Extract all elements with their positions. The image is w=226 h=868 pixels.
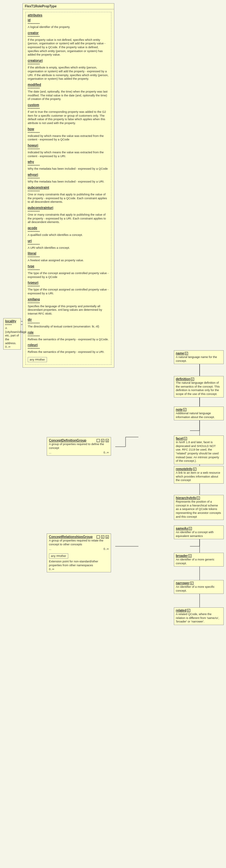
attr-id: id ▪▪▪▪▪▪▪▪▪ A logical identifier of the… [28,18,109,29]
attributes-title: attributes [28,13,109,17]
broader-element-icon: E [188,554,192,558]
any-other-badge2: any ##other [49,553,68,559]
attr-literal: literal ▪▪▪▪▪▪▪▪▪ A freetext value assig… [28,252,109,262]
locality-box: locality ▪▪▪▪▪ A (city/town/village etc,… [3,318,21,350]
related-element-box: related E A related QCode, where the rel… [174,608,224,625]
rel-group-mult2: 0..∞ [104,547,109,551]
attr-modified: modified ▪▪▪▪▪▪▪▪▪ The date (and, option… [28,83,109,101]
sameas-element-box: sameAs E An identifier of a concept with… [174,525,224,539]
facet-element-title: facet [176,437,183,440]
attr-dir: dir ▪▪▪▪▪▪▪▪▪ The directionality of text… [28,318,109,329]
attributes-group: attributes id ▪▪▪▪▪▪▪▪▪ A logical identi… [25,12,111,365]
attr-roleuri: roleuri ▪▪▪▪▪▪▪▪▪ Refines the semantics … [28,343,109,354]
name-element-title: name [176,351,184,355]
expand-icon[interactable]: ... [96,439,100,442]
attr-how: how ▪▪▪▪▪▪▪▪▪ Indicated by which means t… [28,127,109,142]
sameas-element-title: sameAs [176,527,188,530]
concept-definition-group-box: ConceptDefinitionGroup ... E ⊕ A group o… [47,437,111,456]
attr-typeuri: typeuri ▪▪▪▪▪▪▪▪▪ The type of the concep… [28,281,109,295]
hierarchyinfo-element-icon: E [197,496,200,500]
name-element-box: name E A natural language name for the c… [174,350,224,364]
remoteinfo-element-icon: E [193,468,196,471]
narrower-element-box: narrower E An identifier of a more speci… [174,580,224,594]
attr-howuri: howuri ▪▪▪▪▪▪▪▪▪ Indicated by which mean… [28,144,109,158]
multiplicity-icon2: ⊕ [106,535,109,538]
attr-role: role ▪▪▪▪▪▪▪▪▪ Refines the semantics of … [28,331,109,342]
narrower-element-icon: E [190,582,194,585]
main-box-title: FlexT1RolePropType [23,3,114,9]
attr-pubconstrainturi: pubconstrainturi ▪▪▪▪▪▪▪▪▪ One or many c… [28,206,109,224]
concept-relationships-group-title: ConceptRelationshipsGroup [49,535,93,538]
attr-type: type ▪▪▪▪▪▪▪▪▪ The type of the concept a… [28,265,109,279]
main-type-box: FlexT1RolePropType attributes id ▪▪▪▪▪▪▪… [23,3,114,368]
any-other-badge: any ##other [28,357,47,362]
any-other-mult: 0..∞ [49,567,109,571]
attr-qcode: qcode ▪▪▪▪▪▪▪▪▪ A qualified code which i… [28,226,109,237]
narrower-element-title: narrower [176,581,190,585]
definition-element-title: definition [176,377,190,381]
hierarchyinfo-element-title: hierarchyInfo [176,496,196,500]
attr-creator: creator ▪▪▪▪▪▪▪▪▪ If the property value … [28,31,109,57]
hierarchyinfo-element-box: hierarchyInfo E Represents the position … [174,495,224,520]
def-group-mult1: ... [49,451,52,454]
attr-whyuri: whyuri ▪▪▪▪▪▪▪▪▪ Why the metadata has be… [28,173,109,184]
related-element-icon: E [187,609,190,612]
remoteinfo-element-title: remoteInfo [176,467,193,471]
sameas-element-icon: E [189,527,192,530]
definition-element-icon: E [191,378,194,381]
type-icon2: E [101,535,104,538]
concept-relationships-group-box: ConceptRelationshipsGroup ... E ⊕ A grou… [47,533,111,572]
rel-group-mult1: ... [49,547,52,551]
locality-multiplicity: 0..∞ [5,345,19,348]
multiplicity-icon: ⊕ [106,439,109,442]
attr-uri: uri ▪▪▪▪▪▪▪▪▪ A URI which identifies a c… [28,239,109,250]
attr-creatoruri: creatoruri ▪▪▪▪▪▪▪▪▪ If the attribute is… [28,59,109,81]
broader-element-title: broader [176,554,188,558]
type-icon: E [101,439,104,442]
note-element-icon: E [183,408,187,411]
remoteinfo-element-box: remoteInfo E A link to an item or a web … [174,466,224,484]
definition-element-box: definition E The natural language defini… [174,376,224,398]
facet-element-box: facet E In NAR 1.8 and later, facet is d… [174,435,224,464]
expand-icon2[interactable]: ... [96,535,100,538]
concept-definition-group-title: ConceptDefinitionGroup [49,439,86,442]
locality-title: locality [5,319,19,323]
facet-element-icon: E [184,437,187,440]
attr-why: why ▪▪▪▪▪▪▪▪▪ Why the metadata has been … [28,160,109,171]
broader-element-box: broader E An identifier of a more generi… [174,553,224,566]
attr-pubconstraint: pubconstraint ▪▪▪▪▪▪▪▪▪ One or many cons… [28,186,109,204]
related-element-title: related [176,609,187,612]
def-group-mult2: 0..∞ [104,451,109,454]
note-element-title: note [176,408,182,411]
name-element-icon: E [185,352,188,355]
attr-custom: custom ▪▪▪▪▪▪▪▪▪ If set to true the corr… [28,103,109,125]
note-element-box: note E Additional natural language infor… [174,406,224,420]
attr-xmllang: xmllang ▪▪▪▪▪▪▪▪▪ Specifies the language… [28,298,109,316]
